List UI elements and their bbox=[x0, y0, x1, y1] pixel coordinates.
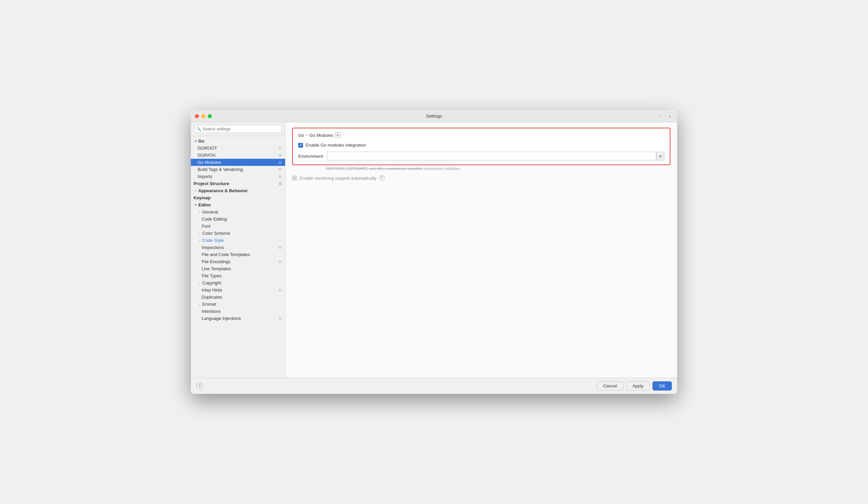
sidebar-item-go-modules[interactable]: Go Modules ⊞ bbox=[191, 159, 285, 166]
maximize-button[interactable] bbox=[208, 114, 212, 118]
enable-modules-row: Enable Go modules integration bbox=[298, 143, 664, 148]
titlebar: Settings ‹ › bbox=[191, 110, 677, 122]
emmet-arrow-icon: › bbox=[198, 302, 202, 306]
env-browse-button[interactable]: ⊞ bbox=[656, 152, 664, 161]
go-arrow-icon: ▾ bbox=[194, 139, 198, 143]
env-hint: GOPROXY, GOPRIVATE, and other environmen… bbox=[326, 166, 670, 171]
appearance-arrow-icon: › bbox=[194, 189, 198, 193]
content-area: 🔍 ▾ Go GOROOT ⊞ GOPATH ⊞ bbox=[191, 122, 677, 378]
project-structure-icon: ⊞ bbox=[278, 182, 282, 186]
titlebar-nav: ‹ › bbox=[657, 113, 673, 120]
sidebar-item-file-types[interactable]: File Types bbox=[191, 272, 285, 279]
goroot-icon: ⊞ bbox=[278, 146, 282, 151]
apply-button[interactable]: Apply bbox=[626, 381, 650, 391]
bottom-right: Cancel Apply OK bbox=[597, 381, 672, 391]
imports-icon: ⊞ bbox=[278, 174, 282, 179]
file-encodings-icon: ⊞ bbox=[278, 259, 282, 264]
sidebar: 🔍 ▾ Go GOROOT ⊞ GOPATH ⊞ bbox=[191, 122, 286, 378]
copyright-arrow-icon: › bbox=[198, 281, 202, 285]
breadcrumb-current: Go Modules bbox=[309, 133, 333, 138]
vendoring-help-icon[interactable]: ? bbox=[379, 175, 385, 181]
vendoring-checkbox[interactable] bbox=[292, 176, 297, 181]
vendoring-label: Enable vendoring support automatically bbox=[300, 176, 376, 181]
sidebar-item-language-injections[interactable]: Language Injections ⊞ bbox=[191, 315, 285, 322]
search-input[interactable] bbox=[194, 125, 282, 133]
bottom-left: ? bbox=[196, 383, 203, 390]
breadcrumb-separator: › bbox=[306, 133, 307, 137]
general-arrow-icon: › bbox=[198, 210, 202, 214]
window-title: Settings bbox=[426, 113, 442, 119]
sidebar-tree: ▾ Go GOROOT ⊞ GOPATH ⊞ Go Modules ⊞ Buil… bbox=[191, 136, 285, 378]
vendoring-row: Enable vendoring support automatically ? bbox=[292, 175, 670, 181]
language-injections-icon: ⊞ bbox=[278, 316, 282, 321]
sidebar-item-copyright[interactable]: › Copyright bbox=[191, 279, 285, 287]
panel-content: Go › Go Modules ⊞ Enable Go modules inte… bbox=[286, 122, 677, 378]
go-modules-box: Go › Go Modules ⊞ Enable Go modules inte… bbox=[292, 128, 670, 165]
sidebar-item-duplicates[interactable]: Duplicates bbox=[191, 294, 285, 301]
sidebar-item-editor[interactable]: ▾ Editor bbox=[191, 201, 285, 208]
sidebar-item-goroot[interactable]: GOROOT ⊞ bbox=[191, 145, 285, 152]
sidebar-item-code-style[interactable]: › Code Style bbox=[191, 237, 285, 244]
enable-modules-checkbox[interactable] bbox=[298, 143, 303, 148]
sidebar-item-intentions[interactable]: Intentions bbox=[191, 308, 285, 315]
sidebar-item-general[interactable]: › General bbox=[191, 208, 285, 216]
ok-button[interactable]: OK bbox=[652, 381, 672, 391]
minimize-button[interactable] bbox=[201, 114, 205, 118]
help-button[interactable]: ? bbox=[196, 383, 203, 390]
sidebar-item-file-encodings[interactable]: File Encodings ⊞ bbox=[191, 258, 285, 265]
back-arrow[interactable]: ‹ bbox=[657, 113, 664, 120]
sidebar-item-live-templates[interactable]: Live Templates bbox=[191, 265, 285, 272]
sidebar-item-gopath[interactable]: GOPATH ⊞ bbox=[191, 152, 285, 159]
sidebar-item-appearance-behavior[interactable]: › Appearance & Behavior bbox=[191, 187, 285, 194]
traffic-lights bbox=[195, 114, 212, 118]
environment-label: Environment: bbox=[298, 154, 324, 159]
gopath-icon: ⊞ bbox=[278, 153, 282, 158]
inlay-hints-icon: ⊞ bbox=[278, 288, 282, 292]
sidebar-item-inlay-hints[interactable]: Inlay Hints ⊞ bbox=[191, 287, 285, 294]
environment-row: Environment: ⊞ bbox=[298, 152, 664, 161]
sidebar-item-keymap[interactable]: Keymap bbox=[191, 194, 285, 201]
inspections-icon: ⊞ bbox=[278, 245, 282, 250]
search-wrapper: 🔍 bbox=[194, 125, 282, 133]
sidebar-item-imports[interactable]: Imports ⊞ bbox=[191, 173, 285, 180]
search-box: 🔍 bbox=[191, 122, 285, 136]
settings-window: Settings ‹ › 🔍 ▾ Go GOROOT bbox=[191, 110, 677, 394]
sidebar-item-file-code-templates[interactable]: File and Code Templates bbox=[191, 251, 285, 258]
close-button[interactable] bbox=[195, 114, 199, 118]
sidebar-item-emmet[interactable]: › Emmet bbox=[191, 301, 285, 308]
cancel-button[interactable]: Cancel bbox=[597, 381, 623, 391]
sidebar-item-code-editing[interactable]: Code Editing bbox=[191, 216, 285, 223]
pin-icon[interactable]: ⊞ bbox=[335, 132, 340, 138]
color-scheme-arrow-icon: › bbox=[198, 232, 202, 235]
sidebar-item-build-tags[interactable]: Build Tags & Vendoring ⊞ bbox=[191, 166, 285, 173]
sidebar-item-go[interactable]: ▾ Go bbox=[191, 137, 285, 145]
sidebar-item-font[interactable]: Font bbox=[191, 223, 285, 230]
forward-arrow[interactable]: › bbox=[666, 113, 673, 120]
build-tags-icon: ⊞ bbox=[278, 167, 282, 172]
env-input-wrapper: ⊞ bbox=[327, 152, 664, 161]
sidebar-item-inspections[interactable]: Inspections ⊞ bbox=[191, 244, 285, 251]
code-style-arrow-icon: › bbox=[198, 238, 202, 243]
sidebar-item-color-scheme[interactable]: › Color Scheme bbox=[191, 230, 285, 237]
main-panel: Go › Go Modules ⊞ Enable Go modules inte… bbox=[286, 122, 677, 378]
enable-modules-label: Enable Go modules integration bbox=[306, 143, 366, 148]
sidebar-item-project-structure[interactable]: Project Structure ⊞ bbox=[191, 180, 285, 187]
breadcrumb-parent: Go bbox=[298, 133, 304, 138]
environment-input[interactable] bbox=[327, 152, 656, 161]
go-modules-icon: ⊞ bbox=[278, 160, 282, 165]
breadcrumb: Go › Go Modules ⊞ bbox=[298, 132, 664, 138]
search-icon: 🔍 bbox=[197, 127, 201, 131]
editor-arrow-icon: ▾ bbox=[194, 203, 198, 207]
bottom-bar: ? Cancel Apply OK bbox=[191, 378, 677, 394]
